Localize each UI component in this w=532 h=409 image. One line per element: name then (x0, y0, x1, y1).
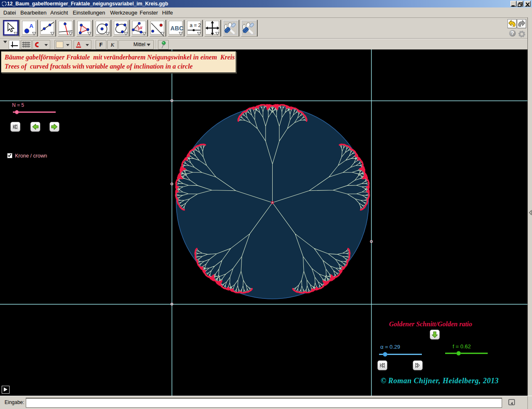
svg-text:A: A (77, 41, 81, 47)
svg-text:α: α (140, 25, 143, 30)
svg-text:a = 2: a = 2 (190, 22, 201, 28)
svg-text:A: A (30, 23, 34, 29)
svg-text:ABC: ABC (170, 25, 184, 32)
